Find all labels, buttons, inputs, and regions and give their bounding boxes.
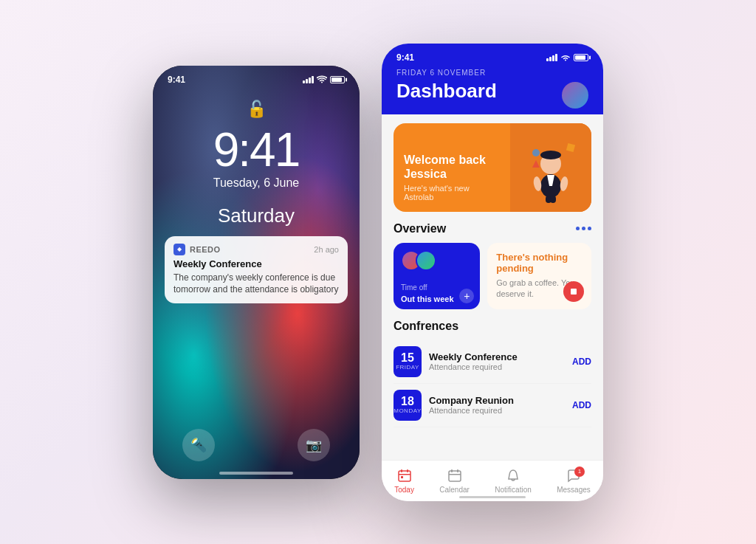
welcome-text: Welcome back Jessica Here's what's new A… xyxy=(394,142,591,211)
time-off-subtitle: Out this week xyxy=(401,295,454,303)
dash-title-group: FRIDAY 6 NOVEMBER Dashboard xyxy=(396,69,497,103)
svg-rect-14 xyxy=(407,469,408,472)
signal-bars-icon xyxy=(303,76,314,83)
notification-title: Weekly Conference xyxy=(173,258,339,269)
lock-screen-phone: 9:41 🔓 9:41 Tuesday, 6 June Saturday xyxy=(153,66,360,479)
nothing-pending-icon xyxy=(563,281,584,302)
dashboard-phone: 9:41 FRIDAY 6 NOVEMBER Dashboard xyxy=(382,44,603,501)
conf-name-1: Weekly Conference xyxy=(429,351,565,362)
lock-date-display: Tuesday, 6 June xyxy=(213,176,300,190)
camera-icon: 📷 xyxy=(306,437,322,453)
dash-header-row: FRIDAY 6 NOVEMBER Dashboard xyxy=(396,69,588,103)
battery-icon xyxy=(330,76,345,83)
notification-app: REEDO xyxy=(173,244,221,255)
svg-rect-12 xyxy=(399,471,410,481)
conf-add-button-1[interactable]: ADD xyxy=(572,357,591,367)
conference-item-2[interactable]: 18 MONDAY Company Reunion Attendance req… xyxy=(394,384,591,427)
tab-calendar[interactable]: Calendar xyxy=(439,468,470,494)
tab-today-label: Today xyxy=(394,486,414,494)
lock-status-right xyxy=(303,75,345,83)
conf-date-day-2: MONDAY xyxy=(394,407,422,414)
dash-home-bar xyxy=(459,496,526,498)
svg-rect-16 xyxy=(401,476,403,478)
overview-section-title: Overview xyxy=(394,222,446,235)
notification-app-name: REEDO xyxy=(190,245,221,254)
stop-icon xyxy=(569,287,578,296)
welcome-title: Welcome back Jessica xyxy=(404,153,581,181)
lock-time-display: 9:41 xyxy=(213,126,300,173)
svg-rect-19 xyxy=(457,469,458,472)
notification-header: REEDO 2h ago xyxy=(173,244,339,255)
tab-notification-label: Notification xyxy=(495,486,531,494)
today-icon xyxy=(396,468,413,484)
svg-rect-11 xyxy=(571,289,577,295)
time-off-card[interactable]: Time off Out this week + xyxy=(394,243,480,309)
dash-status-time: 9:41 xyxy=(396,52,414,63)
dash-signal-icon xyxy=(546,54,557,61)
conf-sub-1: Attendance required xyxy=(429,362,565,371)
dash-status-bar: 9:41 xyxy=(396,44,588,69)
wifi-icon xyxy=(317,75,327,83)
nothing-pending-title: There's nothing pending xyxy=(496,252,583,275)
tab-today[interactable]: Today xyxy=(394,468,414,494)
time-off-add-button[interactable]: + xyxy=(459,289,474,303)
nothing-pending-card: There's nothing pending Go grab a coffee… xyxy=(487,243,591,309)
time-off-avatars xyxy=(401,250,472,271)
overview-section-header: Overview xyxy=(394,222,591,235)
conf-name-2: Company Reunion xyxy=(429,395,565,406)
flashlight-button[interactable]: 🔦 xyxy=(182,429,215,461)
tab-notification[interactable]: Notification xyxy=(495,468,531,494)
welcome-subtitle: Here's what's new Astrolab xyxy=(404,184,581,202)
welcome-card: Welcome back Jessica Here's what's new A… xyxy=(394,123,591,212)
conf-date-box-1: 15 FRIDAY xyxy=(394,346,422,377)
overview-row: Time off Out this week + There's nothing… xyxy=(394,243,591,309)
conf-date-num-1: 15 xyxy=(401,352,414,364)
conf-info-1: Weekly Conference Attendance required xyxy=(429,351,565,371)
lock-center-content: 🔓 9:41 Tuesday, 6 June Saturday xyxy=(153,85,360,227)
tab-calendar-label: Calendar xyxy=(439,486,470,494)
conf-date-box-2: 18 MONDAY xyxy=(394,390,422,421)
svg-rect-15 xyxy=(399,474,410,475)
conferences-title: Confrences xyxy=(394,320,591,333)
phones-container: 9:41 🔓 9:41 Tuesday, 6 June Saturday xyxy=(153,44,603,501)
conf-date-num-2: 18 xyxy=(401,396,414,407)
dashboard-header: 9:41 FRIDAY 6 NOVEMBER Dashboard xyxy=(382,44,603,114)
lock-home-bar xyxy=(219,472,293,475)
svg-rect-17 xyxy=(449,471,461,481)
lock-status-time: 9:41 xyxy=(168,75,185,85)
svg-rect-13 xyxy=(401,469,402,472)
dash-wifi-icon xyxy=(560,53,571,61)
time-off-label: Time off xyxy=(401,283,427,292)
dash-date-label: FRIDAY 6 NOVEMBER xyxy=(396,69,497,77)
notification-icon xyxy=(505,468,521,484)
conf-add-button-2[interactable]: ADD xyxy=(572,400,591,410)
svg-rect-20 xyxy=(449,474,461,475)
dash-battery-icon xyxy=(574,54,588,61)
messages-badge: 1 xyxy=(574,466,585,477)
conference-item-1[interactable]: 15 FRIDAY Weekly Conference Attendance r… xyxy=(394,340,591,384)
dash-status-right xyxy=(546,53,588,61)
conferences-section: Confrences 15 FRIDAY Weekly Conference A… xyxy=(394,320,591,427)
svg-rect-18 xyxy=(451,469,453,472)
reedo-app-icon xyxy=(173,244,185,255)
dash-page-title: Dashboard xyxy=(396,80,497,103)
lock-day-display: Saturday xyxy=(218,204,295,227)
notification-body: The company's weekly conference is due t… xyxy=(173,272,339,297)
lock-unlock-icon: 🔓 xyxy=(247,100,267,119)
dashboard-body: Welcome back Jessica Here's what's new A… xyxy=(382,114,603,457)
tab-messages[interactable]: 1 Messages xyxy=(557,468,591,494)
avatar-2 xyxy=(416,250,436,271)
user-avatar[interactable] xyxy=(562,82,588,109)
notification-card[interactable]: REEDO 2h ago Weekly Conference The compa… xyxy=(165,236,348,304)
conf-date-day-1: FRIDAY xyxy=(396,364,419,371)
tab-messages-label: Messages xyxy=(557,486,591,494)
messages-icon: 1 xyxy=(566,468,582,484)
camera-button[interactable]: 📷 xyxy=(298,429,330,461)
notification-time: 2h ago xyxy=(314,245,339,254)
overview-more-button[interactable] xyxy=(576,227,591,230)
calendar-icon xyxy=(447,468,463,484)
lock-bottom-controls: 🔦 📷 xyxy=(153,429,360,461)
flashlight-icon: 🔦 xyxy=(190,437,207,453)
conf-info-2: Company Reunion Attendance required xyxy=(429,395,565,415)
lock-status-bar: 9:41 xyxy=(153,66,360,85)
